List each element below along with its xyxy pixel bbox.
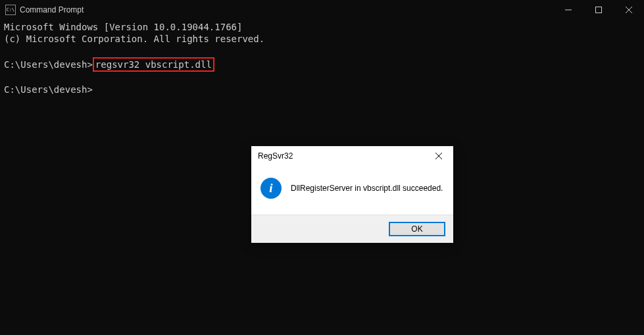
terminal-line: (c) Microsoft Corporation. All rights re…: [4, 34, 264, 44]
info-icon-glyph: i: [269, 181, 272, 195]
terminal-output[interactable]: Microsoft Windows [Version 10.0.19044.17…: [0, 20, 644, 97]
close-icon: [435, 153, 442, 159]
ok-button[interactable]: OK: [389, 222, 445, 236]
terminal-line: Microsoft Windows [Version 10.0.19044.17…: [4, 22, 242, 32]
info-icon: i: [260, 178, 282, 199]
window-controls: [553, 0, 644, 20]
svg-rect-1: [596, 7, 602, 13]
dialog-titlebar: RegSvr32: [251, 146, 453, 166]
dialog-body: i DllRegisterServer in vbscript.dll succ…: [251, 166, 453, 215]
maximize-icon: [595, 7, 602, 13]
dialog-message: DllRegisterServer in vbscript.dll succee…: [291, 184, 443, 193]
dialog-footer: OK: [251, 215, 453, 243]
minimize-icon: [565, 7, 572, 13]
terminal-prompt: C:\Users\devesh>: [4, 59, 93, 70]
window-title: Command Prompt: [20, 5, 553, 14]
highlighted-command: regsvr32 vbscript.dll: [93, 57, 214, 72]
dialog-title: RegSvr32: [258, 151, 424, 161]
terminal-prompt: C:\Users\devesh>: [4, 84, 93, 95]
maximize-button[interactable]: [583, 0, 614, 20]
minimize-button[interactable]: [553, 0, 583, 20]
window-titlebar: C:\ Command Prompt: [0, 0, 644, 20]
dialog-close-button[interactable]: [424, 146, 453, 166]
cmd-icon: C:\: [5, 5, 16, 15]
regsvr32-dialog: RegSvr32 i DllRegisterServer in vbscript…: [251, 146, 453, 243]
close-icon: [626, 7, 632, 13]
close-button[interactable]: [614, 0, 644, 20]
